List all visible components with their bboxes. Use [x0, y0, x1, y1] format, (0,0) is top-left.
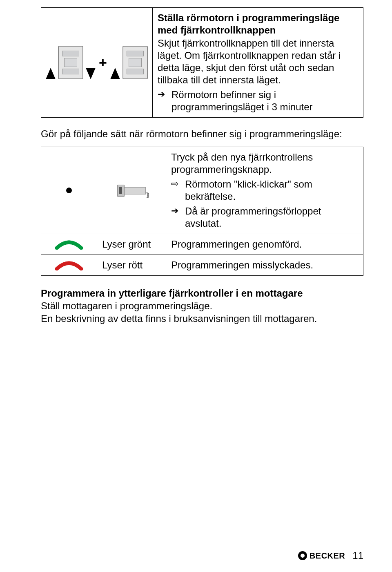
- page-footer: BECKER 11: [0, 550, 363, 561]
- led-green-icon: [55, 239, 83, 250]
- step1-text-cell: Ställa rörmotorn i programmeringsläge me…: [153, 8, 363, 118]
- black-dot-icon: [66, 188, 72, 193]
- motor-switch-icon: +: [45, 46, 149, 79]
- step1-title-line2: med fjärrkontrollknappen: [158, 24, 358, 36]
- brand-name: BECKER: [310, 551, 345, 561]
- step2-body: Tryck på den nya fjärrkontrollens progra…: [171, 151, 358, 176]
- brand-logo-icon: [298, 551, 307, 560]
- arrow-right-icon: ➔: [171, 205, 185, 217]
- step2-sub-arrow: Rörmotorn "klick-klickar" som bekräftels…: [185, 178, 358, 203]
- arrow-right-icon: ➔: [158, 89, 172, 100]
- step2-arrow-text: Då är programmeringsförloppet avslutat.: [185, 205, 358, 230]
- brand-logo: BECKER: [298, 551, 345, 561]
- step-table-1: + Ställa rörmotorn i programmeringsläge …: [41, 7, 363, 118]
- step2-text-cell: Tryck på den nya fjärrkontrollens progra…: [166, 147, 363, 234]
- step1-title-line1: Ställa rörmotorn i programmeringsläge: [158, 12, 358, 24]
- row-green-label: Lyser grönt: [97, 234, 166, 255]
- row-red-label: Lyser rött: [97, 255, 166, 276]
- intermediate-paragraph: Gör på följande sätt när rörmotorn befin…: [41, 127, 363, 140]
- illustration-cell-remote: ))): [97, 147, 166, 234]
- step1-arrow-text: Rörmotorn befinner sig i programmeringsl…: [172, 89, 358, 113]
- illustration-cell-dot: [41, 147, 97, 234]
- page-number: 11: [352, 550, 363, 561]
- section-title: Programmera in ytterligare fjärrkontroll…: [41, 287, 363, 299]
- row-green-result: Programmeringen genomförd.: [166, 234, 363, 255]
- step-table-2: ))) Tryck på den nya fjärrkontrollens pr…: [41, 147, 363, 276]
- illustration-cell-led-green: [41, 234, 97, 255]
- step1-body: Skjut fjärrkontrollknappen till det inne…: [158, 37, 358, 86]
- illustration-cell-motors: +: [41, 8, 153, 118]
- section-line1: Ställ mottagaren i programmeringsläge.: [41, 299, 363, 312]
- row-red-result: Programmeringen misslyckades.: [166, 255, 363, 276]
- remote-programming-button-icon: ))): [100, 183, 163, 198]
- illustration-cell-led-red: [41, 255, 97, 276]
- led-red-icon: [55, 260, 83, 270]
- arrow-hollow-right-icon: ⇨: [171, 178, 185, 190]
- section-line2: En beskrivning av detta finns i bruksanv…: [41, 312, 363, 325]
